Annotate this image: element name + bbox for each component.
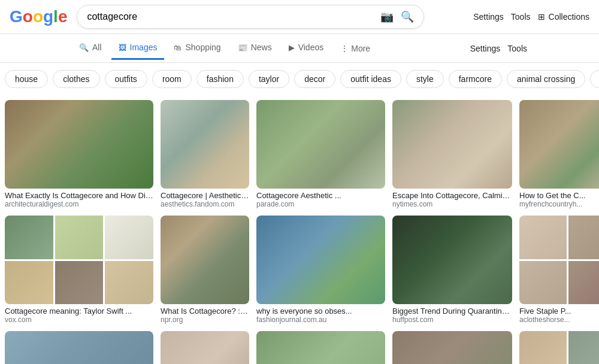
images-icon: 🖼 [119,43,126,52]
filter-house[interactable]: house [5,70,48,88]
image-title-1-4: Escape Into Cottagecore, Calming Eth... [392,191,512,200]
image-card-3-3[interactable] [256,331,385,364]
image-card-1-4[interactable]: Escape Into Cottagecore, Calming Eth... … [392,100,512,208]
tab-news-label: News [251,43,272,52]
image-source-2-1: vox.com [5,316,153,324]
image-card-2-5[interactable]: Five Staple P... aclotheshorse... [519,216,599,324]
news-icon: 📰 [238,43,247,52]
tools-nav[interactable]: Tools [507,44,527,53]
collage-cell [568,261,600,305]
image-card-1-3[interactable]: Cottagecore Aesthetic ... parade.com [256,100,385,208]
image-column-5: How to Get the C... myfrenchcountryh... … [519,100,599,364]
image-column-4: Escape Into Cottagecore, Calming Eth... … [392,100,512,364]
image-card-2-1[interactable]: Cottagecore meaning: Taylor Swift ... vo… [5,216,153,324]
tools-link[interactable]: Tools [511,12,531,22]
tab-videos-label: Videos [298,43,324,52]
mosaic-cell [5,216,53,259]
mosaic-cell [5,261,53,305]
image-column-3: Cottagecore Aesthetic ... parade.com why… [256,100,385,364]
image-source-1-1: architecturaldigest.com [5,200,153,208]
image-grid-row1: What Exactly Is Cottagecore and How Did … [0,95,599,364]
tab-more-label: More [351,44,370,53]
image-title-2-1: Cottagecore meaning: Taylor Swift ... [5,307,153,316]
collections-button[interactable]: ⊞ Collections [538,12,589,22]
filter-outfits[interactable]: outfits [105,70,147,88]
filter-style[interactable]: style [406,70,444,88]
image-source-1-5: myfrenchcountryh... [519,200,599,208]
filter-decor[interactable]: decor [294,70,335,88]
tab-all-label: All [92,43,102,52]
image-card-2-3[interactable]: why is everyone so obses... fashionjourn… [256,216,385,324]
collage-cell [519,216,567,259]
image-title-2-4: Biggest Trend During Quarantine ... [392,307,512,316]
image-source-1-2: aesthetics.fandom.com [161,200,249,208]
filter-fashion[interactable]: fashion [196,70,244,88]
filter-animal-crossing[interactable]: animal crossing [507,70,585,88]
tab-images-label: Images [130,43,158,52]
mosaic-cell [105,216,153,259]
collections-label: Collections [549,12,589,22]
image-title-2-5: Five Staple P... [519,307,599,316]
nav-settings-group: Settings Tools [470,44,527,53]
image-title-2-3: why is everyone so obses... [256,307,385,316]
filter-taylor[interactable]: taylor [249,70,289,88]
tab-shopping-label: Shopping [185,43,220,52]
all-icon: 🔍 [79,43,89,52]
image-card-3-4[interactable] [392,331,512,364]
collage-cell [568,216,600,259]
nav-tabs: 🔍 All 🖼 Images 🛍 Shopping 📰 News ▶ Video… [0,34,599,63]
image-source-1-4: nytimes.com [392,200,512,208]
camera-icon[interactable]: 📷 [380,10,394,23]
image-column-2: Cottagecore | Aesthetics Wiki | ... aest… [161,100,249,364]
tab-news[interactable]: 📰 News [231,37,279,60]
tab-videos[interactable]: ▶ Videos [282,37,331,60]
filter-room[interactable]: room [152,70,192,88]
image-title-1-2: Cottagecore | Aesthetics Wiki | ... [161,191,249,200]
image-card-3-1[interactable] [5,331,153,364]
mosaic-cell [55,216,104,259]
image-card-3-2[interactable] [161,331,249,364]
filter-outfit-ideas[interactable]: outfit ideas [340,70,401,88]
collage-cell [519,331,567,364]
filter-dress[interactable]: dress [590,70,599,88]
collage-cell [519,261,567,305]
image-card-1-1[interactable]: What Exactly Is Cottagecore and How Did … [5,100,153,208]
more-dots-icon: ⋮ [340,44,349,53]
image-title-1-3: Cottagecore Aesthetic ... [256,191,385,200]
header: Google cottagecore 📷 🔍 Settings Tools ⊞ … [0,0,599,34]
search-icon[interactable]: 🔍 [401,10,414,23]
image-card-1-2[interactable]: Cottagecore | Aesthetics Wiki | ... aest… [161,100,249,208]
collections-icon: ⊞ [538,12,545,22]
tab-more[interactable]: ⋮ More [333,38,377,59]
image-column-1: What Exactly Is Cottagecore and How Did … [5,100,153,364]
settings-link[interactable]: Settings [473,12,504,22]
image-source-2-5: aclotheshorse... [519,316,599,324]
image-source-2-3: fashionjournal.com.au [256,316,385,324]
image-source-2-4: huffpost.com [392,316,512,324]
mosaic-cell [55,261,104,305]
image-source-2-2: npr.org [161,316,249,324]
header-right: Settings Tools ⊞ Collections [473,12,589,22]
filter-clothes[interactable]: clothes [53,70,99,88]
google-logo[interactable]: Google [10,7,67,26]
image-card-3-5[interactable] [519,331,599,364]
search-input[interactable]: cottagecore [87,11,380,22]
shopping-icon: 🛍 [174,43,181,52]
search-bar: cottagecore 📷 🔍 [77,5,424,29]
collage-cell [568,331,600,364]
image-title-1-1: What Exactly Is Cottagecore and How Did … [5,191,153,200]
mosaic-cell [105,261,153,305]
tab-shopping[interactable]: 🛍 Shopping [167,37,228,60]
image-title-1-5: How to Get the C... [519,191,599,200]
filter-farmcore[interactable]: farmcore [449,70,502,88]
image-source-1-3: parade.com [256,200,385,208]
image-title-2-2: What Is Cottagecore? : 1A : NPR [161,307,249,316]
videos-icon: ▶ [289,43,295,52]
image-card-1-5[interactable]: How to Get the C... myfrenchcountryh... [519,100,599,208]
settings-nav[interactable]: Settings [470,44,501,53]
image-card-2-4[interactable]: Biggest Trend During Quarantine ... huff… [392,216,512,324]
image-card-2-2[interactable]: What Is Cottagecore? : 1A : NPR npr.org [161,216,249,324]
tab-all[interactable]: 🔍 All [72,37,109,60]
tab-images[interactable]: 🖼 Images [111,37,165,60]
filter-bar: house clothes outfits room fashion taylo… [0,63,599,95]
